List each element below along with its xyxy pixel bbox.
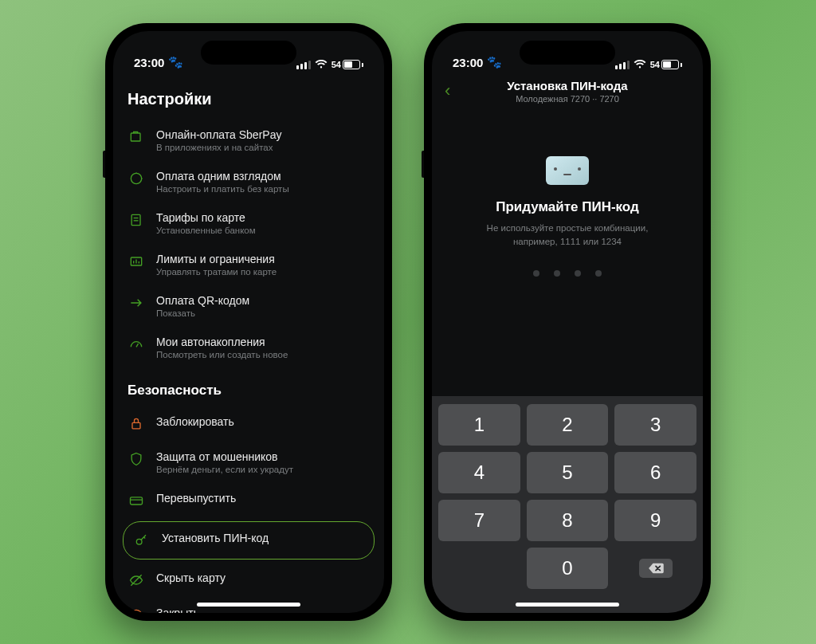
item-title: Тарифы по карте <box>156 211 256 224</box>
pin-body: Придумайте ПИН-код Не используйте просты… <box>432 107 703 396</box>
battery-icon: 54 <box>332 60 363 69</box>
device-notch <box>520 41 615 65</box>
home-indicator[interactable] <box>516 603 619 607</box>
svg-rect-11 <box>131 497 143 505</box>
pin-dot <box>575 270 581 277</box>
key-6[interactable]: 6 <box>614 452 696 493</box>
home-indicator[interactable] <box>197 603 300 607</box>
numeric-keypad: 1 2 3 4 5 6 7 8 9 0 <box>432 396 703 613</box>
item-limits[interactable]: Лимиты и ограниченияУправлять тратами по… <box>121 244 376 285</box>
item-title: Лимиты и ограничения <box>156 253 277 265</box>
item-title: Заблокировать <box>156 415 234 428</box>
item-sub: Установленные банком <box>156 226 256 235</box>
item-hide-card[interactable]: Скрыть карту <box>121 563 376 598</box>
cellular-icon <box>296 61 311 69</box>
item-title: Скрыть карту <box>156 571 226 584</box>
item-sub: Посмотреть или создать новое <box>156 350 288 359</box>
svg-point-15 <box>131 610 141 613</box>
page-title: Настройки <box>113 73 384 120</box>
item-sub: Настроить и платить без карты <box>156 184 289 194</box>
item-title: Оплата QR-кодом <box>156 294 249 307</box>
pin-dot <box>554 270 560 277</box>
document-icon <box>128 211 145 229</box>
pin-hint-line1: Не используйте простые комбинации, <box>487 223 649 233</box>
phone-right: 23:00 🐾 54 ‹ Установка ПИН-кода Молодежн… <box>424 23 711 621</box>
item-reissue[interactable]: Перевыпустить <box>121 483 376 518</box>
key-4[interactable]: 4 <box>438 452 520 493</box>
lock-icon <box>128 415 145 433</box>
pin-dots <box>533 270 602 277</box>
pin-hint-line2: например, 1111 или 1234 <box>513 237 622 246</box>
key-9[interactable]: 9 <box>614 500 696 541</box>
item-block[interactable]: Заблокировать <box>121 406 376 442</box>
svg-rect-0 <box>131 133 140 141</box>
item-sberpay[interactable]: Онлайн-оплата SberPayВ приложениях и на … <box>121 120 376 161</box>
wifi-icon <box>634 60 646 69</box>
item-fraud[interactable]: Защита от мошенниковВернём деньги, если … <box>121 442 376 483</box>
item-title: Закрыть <box>156 607 199 613</box>
back-button[interactable]: ‹ <box>445 80 450 101</box>
pin-header: ‹ Установка ПИН-кода Молодежная 7270 ·· … <box>432 73 703 107</box>
phone-left: 23:00 🐾 54 Настройки Онлайн-оплата SberP… <box>105 23 392 621</box>
backspace-icon <box>639 559 673 578</box>
settings-list[interactable]: Онлайн-оплата SberPayВ приложениях и на … <box>113 120 384 613</box>
paw-icon: 🐾 <box>168 55 183 69</box>
item-savings[interactable]: Мои автонакопленияПосмотреть или создать… <box>121 327 376 368</box>
item-look-pay[interactable]: Оплата одним взглядомНастроить и платить… <box>121 161 376 202</box>
battery-percent: 54 <box>332 60 341 69</box>
svg-point-1 <box>131 173 141 183</box>
key-backspace[interactable] <box>614 548 696 589</box>
key-8[interactable]: 8 <box>527 500 609 541</box>
header-sub: Молодежная 7270 ·· 7270 <box>507 94 627 104</box>
wifi-icon <box>315 60 328 69</box>
item-title: Оплата одним взглядом <box>156 170 289 183</box>
key-2[interactable]: 2 <box>527 404 609 446</box>
status-time: 23:00 <box>134 56 164 69</box>
item-sub: В приложениях и на сайтах <box>156 143 281 152</box>
item-title: Защита от мошенников <box>156 450 293 463</box>
svg-rect-10 <box>132 422 140 429</box>
key-blank <box>438 548 520 589</box>
key-7[interactable]: 7 <box>438 500 520 541</box>
cart-icon <box>128 128 145 146</box>
item-sub: Показать <box>156 308 249 318</box>
svg-line-9 <box>136 344 139 347</box>
svg-point-13 <box>136 539 142 544</box>
item-qr[interactable]: Оплата QR-кодомПоказать <box>121 285 376 327</box>
screen-settings: 23:00 🐾 54 Настройки Онлайн-оплата SberP… <box>113 31 384 613</box>
key-0[interactable]: 0 <box>527 548 609 589</box>
item-title: Перевыпустить <box>156 492 236 505</box>
gauge-icon <box>128 336 145 353</box>
card-illustration <box>546 156 589 185</box>
device-notch <box>201 41 296 65</box>
item-sub: Управлять тратами по карте <box>156 267 277 277</box>
item-set-pin[interactable]: Установить ПИН-код <box>123 521 375 560</box>
pin-heading: Придумайте ПИН-код <box>496 199 639 215</box>
close-icon <box>128 607 145 613</box>
screen-pin: 23:00 🐾 54 ‹ Установка ПИН-кода Молодежн… <box>432 31 703 613</box>
key-3[interactable]: 3 <box>614 404 696 446</box>
item-title: Мои автонакопления <box>156 336 288 348</box>
svg-rect-2 <box>131 214 140 225</box>
chart-icon <box>128 253 145 270</box>
item-title: Установить ПИН-код <box>162 532 269 544</box>
header-title: Установка ПИН-кода <box>507 79 627 92</box>
pin-dot <box>533 270 539 277</box>
item-sub: Вернём деньги, если их украдут <box>156 465 293 474</box>
item-tariffs[interactable]: Тарифы по картеУстановленные банком <box>121 202 376 244</box>
key-5[interactable]: 5 <box>527 452 609 493</box>
card-icon <box>128 492 145 509</box>
pin-dot <box>595 270 602 277</box>
battery-percent: 54 <box>650 60 660 69</box>
key-1[interactable]: 1 <box>438 404 520 446</box>
key-icon <box>133 532 151 549</box>
status-time: 23:00 <box>453 56 483 69</box>
cellular-icon <box>615 61 630 69</box>
section-security: Безопасность <box>121 368 376 406</box>
shield-icon <box>128 450 145 468</box>
item-title: Онлайн-оплата SberPay <box>156 128 281 141</box>
pin-hint: Не используйте простые комбинации, напри… <box>487 222 649 248</box>
face-icon <box>128 170 145 187</box>
paw-icon: 🐾 <box>487 55 502 69</box>
arrow-icon <box>128 294 145 312</box>
